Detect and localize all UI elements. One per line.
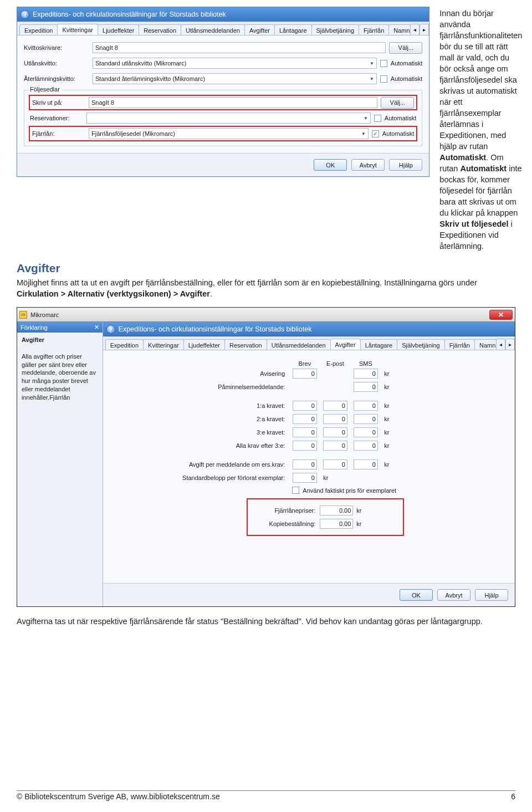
sidebar-body-text: Alla avgifter och priser gäller per sänt… [22, 353, 96, 401]
krav1-brev-input[interactable]: 0 [293, 401, 317, 411]
row-avisering-label: Avisering [181, 370, 289, 377]
row-paminnelse-label: Påminnelsemeddelande: [181, 384, 289, 390]
foljesedlar-group: Följesedlar Skriv ut på: SnagIt 8 Välj..… [24, 90, 422, 146]
anvand-faktiskt-checkbox[interactable] [292, 487, 299, 494]
tab-avgifter[interactable]: Avgifter [244, 24, 275, 35]
chevron-down-icon: ▼ [370, 61, 374, 66]
paminnelse-sms-input[interactable]: 0 [354, 382, 378, 392]
tab-expedition[interactable]: Expedition [105, 339, 144, 350]
erskrav-sms-input[interactable]: 0 [354, 459, 378, 469]
tab-utlansmeddelanden[interactable]: Utlånsmeddelanden [267, 339, 331, 350]
tab-sjalvbetjaning[interactable]: Självbetjäning [311, 24, 360, 35]
krav2-brev-input[interactable]: 0 [293, 414, 317, 424]
krav3-brev-input[interactable]: 0 [293, 427, 317, 437]
avgifter-paragraph: Möjlighet finns att ta ut en avgift per … [17, 277, 515, 299]
tab-namn-partial[interactable]: Namn [388, 24, 411, 35]
tab-lantagare[interactable]: Låntagare [360, 339, 398, 350]
krav1-epost-input[interactable]: 0 [323, 401, 347, 411]
utlanskvitto-label: Utlånskvitto: [24, 60, 89, 67]
aterlamningskvitto-auto-checkbox[interactable] [380, 75, 387, 83]
tab-namn-partial[interactable]: Namn [474, 339, 497, 350]
ok-button[interactable]: OK [400, 589, 433, 601]
sidebar-heading: Avgifter [22, 336, 44, 343]
anvand-faktiskt-label: Använd faktiskt pris för exemplaret [303, 487, 396, 494]
erskrav-brev-input[interactable]: 0 [293, 459, 317, 469]
tab-ljudeffekter[interactable]: Ljudeffekter [98, 24, 139, 35]
tab-ljudeffekter[interactable]: Ljudeffekter [183, 339, 225, 350]
utlanskvitto-select[interactable]: Standard utlånskvitto (Mikromarc) ▼ [93, 58, 377, 69]
app-icon: m [19, 311, 27, 319]
kopiebestallning-input[interactable]: 0.00 [320, 519, 353, 529]
fjarrlan-select[interactable]: Fjärrlånsföljesedel (Mikromarc) ▼ [89, 128, 369, 139]
erskrav-epost-input[interactable]: 0 [323, 459, 347, 469]
tab-scroll-right-icon[interactable]: ▸ [505, 339, 515, 350]
automatiskt-label: Automatiskt [391, 60, 422, 67]
std-input[interactable]: 0 [293, 473, 317, 483]
valj-button-foljesedel[interactable]: Välj... [381, 97, 414, 109]
closing-paragraph: Avgifterna tas ut när respektive fjärrlå… [17, 616, 515, 627]
row-std-label: Standardbelopp per förlorat exemplar: [181, 474, 289, 481]
sidebar-close-icon[interactable]: ✕ [94, 324, 99, 331]
skriv-ut-pa-value[interactable]: SnagIt 8 [89, 97, 377, 108]
tab-scroll-right-icon[interactable]: ▸ [420, 24, 429, 35]
reservationer-auto-checkbox[interactable] [374, 115, 381, 122]
efter3-brev-input[interactable]: 0 [293, 441, 317, 451]
avisering-brev-input[interactable]: 0 [293, 369, 317, 379]
avisering-sms-input[interactable]: 0 [354, 369, 378, 379]
fjarrlan-priser-highlight: Fjärrlånepriser: 0.00 kr Kopiebeställnin… [248, 499, 403, 535]
fjarrlanepriser-input[interactable]: 0.00 [320, 505, 353, 515]
avgifter-table: Brev E-post SMS Avisering 0 0 kr Påminne… [181, 360, 436, 535]
krav3-epost-input[interactable]: 0 [323, 427, 347, 437]
fjarrlan-label: Fjärrlån: [32, 130, 85, 137]
close-icon: ✕ [498, 311, 504, 319]
tab-reservation[interactable]: Reservation [224, 339, 267, 350]
tab-sjalvbetjaning[interactable]: Självbetjäning [397, 339, 445, 350]
valj-button-kvitto[interactable]: Välj... [389, 42, 422, 54]
kvittoskrivare-value[interactable]: SnagIt 8 [93, 42, 386, 53]
tab-fjarrlan[interactable]: Fjärrlån [359, 24, 389, 35]
chevron-down-icon: ▼ [364, 116, 368, 121]
close-button[interactable]: ✕ [489, 310, 513, 320]
krav3-sms-input[interactable]: 0 [354, 427, 378, 437]
page-number: 6 [511, 792, 515, 801]
help-icon: ? [21, 10, 29, 19]
skriv-ut-pa-label: Skriv ut på: [32, 99, 85, 106]
hjalp-button[interactable]: Hjälp [475, 589, 508, 601]
efter3-sms-input[interactable]: 0 [354, 441, 378, 451]
utlanskvitto-auto-checkbox[interactable] [380, 60, 387, 67]
col-epost: E-post [320, 360, 350, 367]
tab-scroll-left-icon[interactable]: ◂ [496, 339, 505, 350]
avbryt-button[interactable]: Avbryt [437, 589, 470, 601]
intro-paragraph: Innan du börjar använda fjärrlånsfunktio… [439, 7, 522, 252]
krav2-sms-input[interactable]: 0 [354, 414, 378, 424]
krav1-sms-input[interactable]: 0 [354, 401, 378, 411]
automatiskt-label: Automatiskt [391, 75, 422, 82]
automatiskt-label: Automatiskt [385, 115, 416, 121]
fjarrlanepriser-label: Fjärrlånepriser: [253, 507, 320, 514]
krav2-epost-input[interactable]: 0 [323, 414, 347, 424]
aterlamningskvitto-label: Återlämningskvitto: [24, 75, 89, 82]
hjalp-button[interactable]: Hjälp [389, 159, 422, 171]
automatiskt-label: Automatiskt [382, 130, 414, 137]
tab-lantagare[interactable]: Låntagare [274, 24, 312, 35]
tab-scroll-left-icon[interactable]: ◂ [410, 24, 420, 35]
tab-expedition[interactable]: Expedition [19, 24, 58, 35]
ok-button[interactable]: OK [314, 159, 347, 171]
avbryt-button[interactable]: Avbryt [351, 159, 385, 171]
tab-kvitteringar[interactable]: Kvitteringar [143, 339, 184, 350]
tab-kvitteringar[interactable]: Kvitteringar [57, 24, 98, 35]
tab-fjarrlan[interactable]: Fjärrlån [444, 339, 475, 350]
foljesedlar-group-label: Följesedlar [28, 86, 62, 93]
inner-tab-strip: Expedition Kvitteringar Ljudeffekter Res… [103, 336, 515, 350]
fjarrlan-auto-checkbox[interactable]: ✓ [372, 130, 379, 137]
tab-utlansmeddelanden[interactable]: Utlånsmeddelanden [181, 24, 245, 35]
reservationer-select[interactable]: ▼ [86, 113, 371, 124]
efter3-epost-input[interactable]: 0 [323, 441, 347, 451]
app-title: Mikromarc [30, 311, 59, 318]
aterlamningskvitto-select[interactable]: Standard återlämningskvitto (Mikromarc) … [93, 73, 377, 84]
tab-avgifter[interactable]: Avgifter [330, 339, 361, 350]
tab-reservation[interactable]: Reservation [139, 24, 181, 35]
chevron-down-icon: ▼ [361, 131, 366, 136]
chevron-down-icon: ▼ [370, 76, 374, 81]
sidebar-header: Förklaring [21, 324, 48, 331]
